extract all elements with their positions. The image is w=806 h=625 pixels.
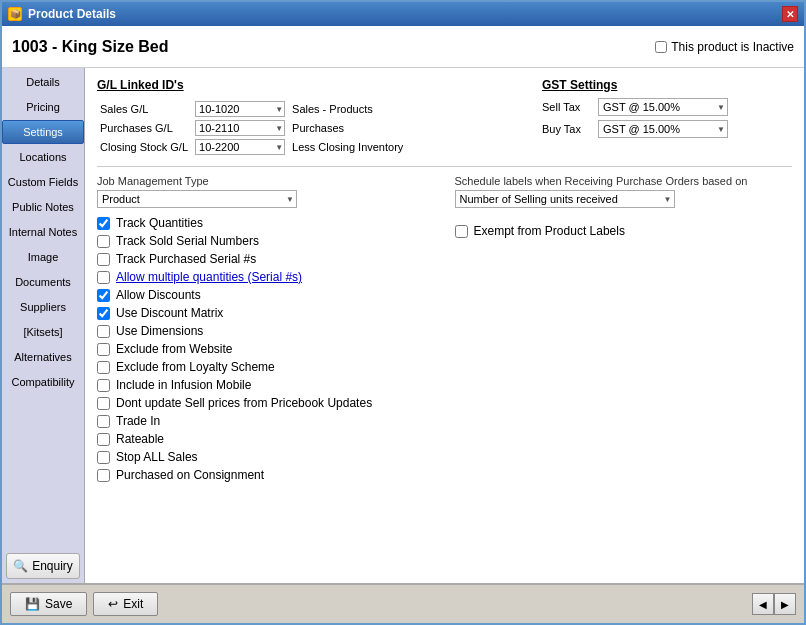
checkbox-trade-in-input[interactable] bbox=[97, 415, 110, 428]
gst-section: GST Settings Sell Tax GST @ 15.00% ▼ Buy… bbox=[542, 78, 792, 158]
checkbox-track-purchased-serial-input[interactable] bbox=[97, 253, 110, 266]
sales-gl-select[interactable]: 10-1020 bbox=[195, 101, 285, 117]
checkbox-exclude-loyalty: Exclude from Loyalty Scheme bbox=[97, 360, 435, 374]
checkbox-track-sold-serial-input[interactable] bbox=[97, 235, 110, 248]
purchases-gl-label: Purchases G/L bbox=[100, 120, 192, 136]
job-management-select[interactable]: Product Service None bbox=[97, 190, 297, 208]
gst-sell-select[interactable]: GST @ 15.00% bbox=[598, 98, 728, 116]
checkbox-track-sold-serial: Track Sold Serial Numbers bbox=[97, 234, 435, 248]
checkbox-track-qty-input[interactable] bbox=[97, 217, 110, 230]
checkbox-use-dimensions-input[interactable] bbox=[97, 325, 110, 338]
sidebar-item-alternatives[interactable]: Alternatives bbox=[2, 345, 84, 369]
checkbox-rateable-label[interactable]: Rateable bbox=[116, 432, 164, 446]
checkbox-allow-multiple-qty-input[interactable] bbox=[97, 271, 110, 284]
window-title: Product Details bbox=[28, 7, 116, 21]
checkbox-use-dimensions: Use Dimensions bbox=[97, 324, 435, 338]
sidebar-item-internal-notes[interactable]: Internal Notes bbox=[2, 220, 84, 244]
gst-buy-select[interactable]: GST @ 15.00% bbox=[598, 120, 728, 138]
checkbox-include-infusion-input[interactable] bbox=[97, 379, 110, 392]
gst-buy-row: Buy Tax GST @ 15.00% ▼ bbox=[542, 120, 792, 138]
exempt-text: Exempt from Product Labels bbox=[474, 224, 625, 238]
gst-sell-label: Sell Tax bbox=[542, 101, 592, 113]
checkbox-include-infusion-label[interactable]: Include in Infusion Mobile bbox=[116, 378, 251, 392]
nav-buttons: ◀ ▶ bbox=[752, 593, 796, 615]
closing-stock-gl-select[interactable]: 10-2200 bbox=[195, 139, 285, 155]
sidebar-item-custom-fields[interactable]: Custom Fields bbox=[2, 170, 84, 194]
gst-buy-select-wrap: GST @ 15.00% ▼ bbox=[598, 120, 728, 138]
sidebar-item-kitsets[interactable]: [Kitsets] bbox=[2, 320, 84, 344]
content-area: G/L Linked ID's Sales G/L 10-1020 ▼ bbox=[85, 68, 804, 583]
checkbox-trade-in-label[interactable]: Trade In bbox=[116, 414, 160, 428]
gl-section-title: G/L Linked ID's bbox=[97, 78, 522, 92]
next-button[interactable]: ▶ bbox=[774, 593, 796, 615]
window-icon: 📦 bbox=[8, 7, 22, 21]
checkbox-purchased-consignment-input[interactable] bbox=[97, 469, 110, 482]
checkbox-allow-discounts-input[interactable] bbox=[97, 289, 110, 302]
job-schedule-section: Job Management Type Product Service None… bbox=[97, 175, 792, 208]
enquiry-button[interactable]: 🔍 Enquiry bbox=[6, 553, 80, 579]
checkbox-dont-update-sell-input[interactable] bbox=[97, 397, 110, 410]
checkbox-allow-discounts-label[interactable]: Allow Discounts bbox=[116, 288, 201, 302]
product-labels-link[interactable]: Product Labels bbox=[545, 224, 625, 238]
checkbox-exclude-website-input[interactable] bbox=[97, 343, 110, 356]
prev-button[interactable]: ◀ bbox=[752, 593, 774, 615]
gst-buy-label: Buy Tax bbox=[542, 123, 592, 135]
save-button[interactable]: 💾 Save bbox=[10, 592, 87, 616]
exit-icon: ↩ bbox=[108, 597, 118, 611]
sidebar-item-public-notes[interactable]: Public Notes bbox=[2, 195, 84, 219]
sidebar-item-documents[interactable]: Documents bbox=[2, 270, 84, 294]
footer-buttons: 💾 Save ↩ Exit bbox=[10, 592, 158, 616]
gl-section: G/L Linked ID's Sales G/L 10-1020 ▼ bbox=[97, 78, 522, 158]
purchases-gl-select[interactable]: 10-2110 bbox=[195, 120, 285, 136]
checkbox-track-purchased-serial-label[interactable]: Track Purchased Serial #s bbox=[116, 252, 256, 266]
checkbox-exclude-loyalty-label[interactable]: Exclude from Loyalty Scheme bbox=[116, 360, 275, 374]
exempt-checkbox[interactable] bbox=[455, 225, 468, 238]
exempt-col: Exempt from Product Labels bbox=[455, 208, 793, 482]
schedule-label: Schedule labels when Receiving Purchase … bbox=[455, 175, 793, 187]
purchases-gl-desc: Purchases bbox=[288, 120, 403, 136]
checkbox-use-discount-matrix-label[interactable]: Use Discount Matrix bbox=[116, 306, 223, 320]
inactive-checkbox[interactable] bbox=[655, 41, 667, 53]
close-button[interactable]: ✕ bbox=[782, 6, 798, 22]
gst-sell-row: Sell Tax GST @ 15.00% ▼ bbox=[542, 98, 792, 116]
checkbox-exclude-website: Exclude from Website bbox=[97, 342, 435, 356]
schedule-select[interactable]: Number of Selling units received Number … bbox=[455, 190, 675, 208]
sidebar-item-locations[interactable]: Locations bbox=[2, 145, 84, 169]
checkbox-use-discount-matrix: Use Discount Matrix bbox=[97, 306, 435, 320]
sidebar-item-pricing[interactable]: Pricing bbox=[2, 95, 84, 119]
checkbox-use-discount-matrix-input[interactable] bbox=[97, 307, 110, 320]
checkbox-use-dimensions-label[interactable]: Use Dimensions bbox=[116, 324, 203, 338]
footer: 💾 Save ↩ Exit ◀ ▶ bbox=[2, 583, 804, 623]
checkboxes-exempt-section: Track Quantities Track Sold Serial Numbe… bbox=[97, 208, 792, 482]
exit-button[interactable]: ↩ Exit bbox=[93, 592, 158, 616]
checkbox-purchased-consignment-label[interactable]: Purchased on Consignment bbox=[116, 468, 264, 482]
product-title: 1003 - King Size Bed bbox=[12, 38, 169, 56]
main-body: Details Pricing Settings Locations Custo… bbox=[2, 68, 804, 583]
checkbox-exclude-website-label[interactable]: Exclude from Website bbox=[116, 342, 233, 356]
sidebar-item-details[interactable]: Details bbox=[2, 70, 84, 94]
enquiry-icon: 🔍 bbox=[13, 559, 28, 573]
sales-gl-select-wrap: 10-1020 ▼ bbox=[195, 101, 285, 117]
checkbox-track-purchased-serial: Track Purchased Serial #s bbox=[97, 252, 435, 266]
sidebar: Details Pricing Settings Locations Custo… bbox=[2, 68, 85, 583]
checkbox-allow-multiple-qty-label[interactable]: Allow multiple quantities (Serial #s) bbox=[116, 270, 302, 284]
job-management-col: Job Management Type Product Service None… bbox=[97, 175, 435, 208]
checkbox-include-infusion: Include in Infusion Mobile bbox=[97, 378, 435, 392]
checkbox-purchased-consignment: Purchased on Consignment bbox=[97, 468, 435, 482]
purchases-gl-select-wrap: 10-2110 ▼ bbox=[195, 120, 285, 136]
schedule-select-wrap: Number of Selling units received Number … bbox=[455, 190, 675, 208]
checkbox-stop-all-sales-input[interactable] bbox=[97, 451, 110, 464]
sidebar-item-compatibility[interactable]: Compatibility bbox=[2, 370, 84, 394]
exempt-row: Exempt from Product Labels bbox=[455, 224, 793, 238]
sidebar-item-suppliers[interactable]: Suppliers bbox=[2, 295, 84, 319]
checkbox-track-qty-label[interactable]: Track Quantities bbox=[116, 216, 203, 230]
sidebar-item-image[interactable]: Image bbox=[2, 245, 84, 269]
checkbox-stop-all-sales-label[interactable]: Stop ALL Sales bbox=[116, 450, 198, 464]
checkbox-track-sold-serial-label[interactable]: Track Sold Serial Numbers bbox=[116, 234, 259, 248]
checkbox-dont-update-sell-label[interactable]: Dont update Sell prices from Pricebook U… bbox=[116, 396, 372, 410]
sidebar-item-settings[interactable]: Settings bbox=[2, 120, 84, 144]
checkboxes-col: Track Quantities Track Sold Serial Numbe… bbox=[97, 208, 435, 482]
checkbox-rateable-input[interactable] bbox=[97, 433, 110, 446]
gst-sell-select-wrap: GST @ 15.00% ▼ bbox=[598, 98, 728, 116]
checkbox-exclude-loyalty-input[interactable] bbox=[97, 361, 110, 374]
